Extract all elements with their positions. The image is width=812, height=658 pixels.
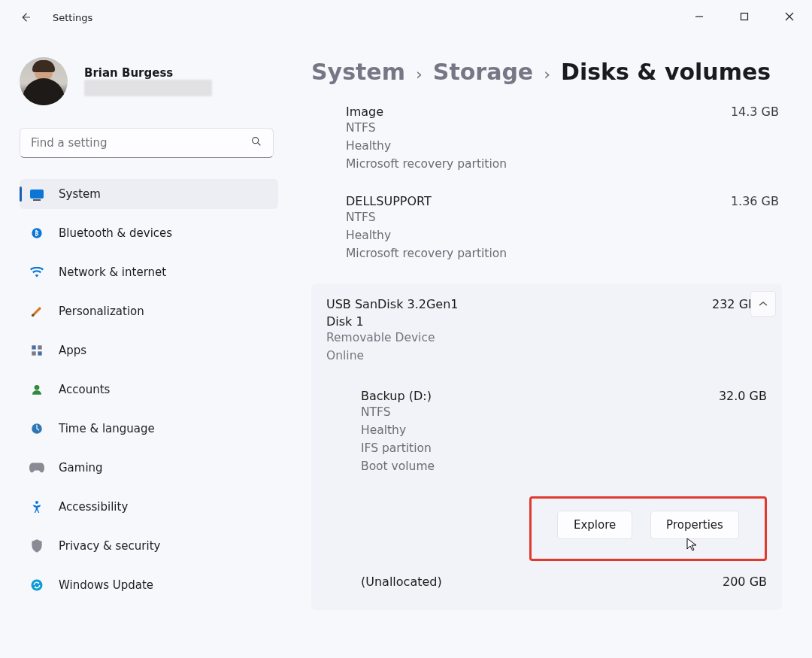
partition-name: Backup (D:) — [361, 389, 432, 403]
volume-type: Microsoft recovery partition — [346, 155, 782, 173]
disk-card: USB SanDisk 3.2Gen1 Disk 1 Removable Dev… — [311, 284, 782, 610]
gamepad-icon — [29, 459, 45, 476]
sidebar-item-gaming[interactable]: Gaming — [20, 453, 278, 483]
sidebar-item-label: Accounts — [59, 383, 110, 396]
sidebar-item-label: Accessibility — [59, 500, 128, 514]
shield-icon — [29, 538, 45, 554]
app-title: Settings — [53, 12, 92, 23]
sidebar-item-network[interactable]: Network & internet — [20, 257, 278, 287]
volume-fs: NTFS — [346, 119, 782, 137]
search-box[interactable] — [20, 128, 274, 158]
volume-name: DELLSUPPORT — [346, 194, 432, 208]
unallocated-size: 200 GB — [723, 575, 767, 589]
sidebar-item-bluetooth[interactable]: Bluetooth & devices — [20, 218, 278, 248]
sidebar-item-update[interactable]: Windows Update — [20, 570, 278, 600]
sidebar-item-personalization[interactable]: Personalization — [20, 296, 278, 326]
update-icon — [29, 577, 45, 593]
accessibility-icon — [29, 499, 45, 515]
bluetooth-icon — [29, 225, 45, 241]
svg-point-2 — [253, 138, 259, 144]
sidebar-item-label: Gaming — [59, 461, 103, 475]
action-highlight: Explore Properties — [529, 496, 767, 561]
sidebar-item-accounts[interactable]: Accounts — [20, 374, 278, 405]
svg-rect-8 — [32, 351, 35, 355]
volume-health: Healthy — [346, 226, 782, 244]
sidebar-item-label: Privacy & security — [59, 539, 160, 553]
unallocated-label: (Unallocated) — [361, 575, 442, 589]
partition-line: Healthy — [361, 421, 767, 439]
volume-fs: NTFS — [346, 208, 782, 226]
volume-size: 1.36 GB — [731, 194, 782, 208]
user-header[interactable]: Brian Burgess — [20, 57, 278, 105]
apps-icon — [29, 342, 45, 359]
volume-size: 14.3 GB — [731, 105, 782, 119]
breadcrumb-storage[interactable]: Storage — [433, 59, 533, 85]
unallocated-item[interactable]: (Unallocated) 200 GB — [326, 575, 767, 589]
svg-rect-6 — [32, 345, 35, 349]
disk-name: USB SanDisk 3.2Gen1 — [326, 297, 459, 311]
svg-rect-7 — [38, 345, 41, 349]
user-name: Brian Burgess — [84, 66, 212, 80]
breadcrumb-system[interactable]: System — [311, 59, 405, 85]
svg-point-5 — [32, 314, 35, 317]
sidebar-item-time[interactable]: Time & language — [20, 414, 278, 444]
svg-rect-9 — [38, 351, 41, 355]
svg-point-12 — [35, 501, 38, 504]
close-button[interactable] — [767, 0, 812, 33]
partition-line: NTFS — [361, 403, 767, 421]
sidebar-item-label: Apps — [59, 344, 86, 357]
search-input[interactable] — [31, 136, 250, 150]
svg-line-3 — [258, 143, 260, 145]
sidebar-item-label: Bluetooth & devices — [59, 226, 172, 240]
window-controls — [677, 0, 812, 33]
disk-kind: Removable Device — [326, 329, 459, 347]
maximize-button[interactable] — [722, 0, 767, 33]
sidebar-item-label: Windows Update — [59, 578, 153, 592]
partition-line: Boot volume — [361, 457, 767, 475]
volume-item[interactable]: Image 14.3 GB NTFS Healthy Microsoft rec… — [311, 105, 782, 173]
user-email-redacted — [84, 80, 212, 96]
partition-size: 32.0 GB — [719, 389, 767, 403]
disk-status: Online — [326, 347, 459, 365]
disk-id: Disk 1 — [326, 314, 459, 329]
chevron-right-icon: › — [416, 65, 423, 83]
sidebar-item-privacy[interactable]: Privacy & security — [20, 531, 278, 561]
sidebar-item-label: Network & internet — [59, 265, 166, 279]
collapse-toggle[interactable] — [750, 291, 776, 317]
back-icon[interactable] — [18, 10, 33, 25]
sidebar-item-accessibility[interactable]: Accessibility — [20, 492, 278, 522]
volume-name: Image — [346, 105, 383, 119]
clock-globe-icon — [29, 420, 45, 437]
sidebar-item-apps[interactable]: Apps — [20, 335, 278, 365]
monitor-icon — [29, 186, 45, 202]
sidebar-item-system[interactable]: System — [20, 179, 278, 209]
svg-rect-1 — [741, 14, 748, 20]
properties-button[interactable]: Properties — [650, 511, 739, 539]
page-title: Disks & volumes — [561, 59, 771, 85]
sidebar-item-label: System — [59, 187, 101, 201]
volume-type: Microsoft recovery partition — [346, 244, 782, 262]
chevron-up-icon — [759, 299, 768, 309]
chevron-right-icon: › — [544, 65, 550, 83]
sidebar-item-label: Personalization — [59, 305, 144, 318]
main-content: System › Storage › Disks & volumes Image… — [290, 35, 812, 658]
svg-point-10 — [35, 385, 40, 390]
wifi-icon — [29, 264, 45, 280]
cursor-icon — [686, 538, 698, 554]
brush-icon — [29, 303, 45, 320]
sidebar-item-label: Time & language — [59, 422, 155, 435]
breadcrumb: System › Storage › Disks & volumes — [311, 59, 782, 85]
svg-point-13 — [32, 580, 43, 591]
partition-item[interactable]: Backup (D:) 32.0 GB NTFS Healthy IFS par… — [326, 389, 767, 475]
volume-item[interactable]: DELLSUPPORT 1.36 GB NTFS Healthy Microso… — [311, 194, 782, 262]
avatar — [20, 57, 68, 105]
search-icon — [250, 135, 262, 150]
person-icon — [29, 381, 45, 398]
volume-health: Healthy — [346, 137, 782, 155]
sidebar: Brian Burgess System Bluetooth & devices — [0, 35, 290, 658]
partition-line: IFS partition — [361, 439, 767, 457]
explore-button[interactable]: Explore — [557, 511, 632, 539]
minimize-button[interactable] — [677, 0, 722, 33]
